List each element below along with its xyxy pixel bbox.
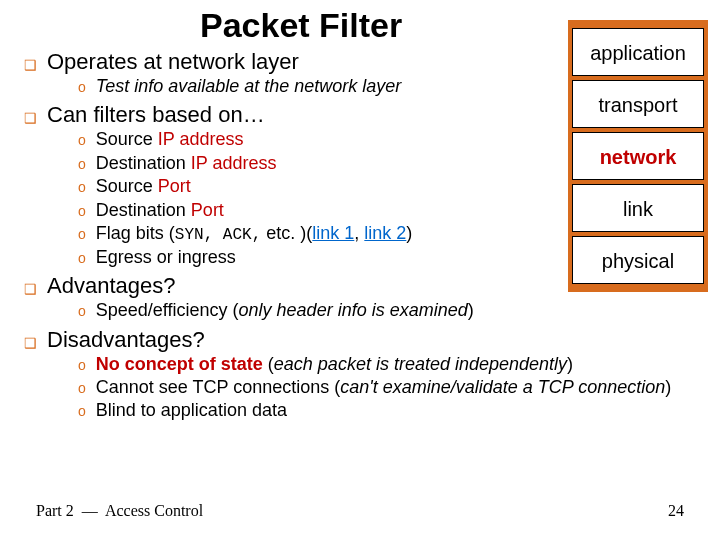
square-bullet-icon: ❑: [24, 281, 37, 297]
list-item: o Egress or ingress: [78, 246, 510, 269]
list-item: o Source IP address: [78, 128, 510, 151]
circle-bullet-icon: o: [78, 225, 86, 243]
circle-bullet-icon: o: [78, 402, 86, 420]
section-operates: ❑ Operates at network layer: [24, 49, 510, 75]
list-item: o Test info available at the network lay…: [78, 75, 510, 98]
page-number: 24: [668, 502, 684, 520]
square-bullet-icon: ❑: [24, 57, 37, 73]
link-2[interactable]: link 2: [364, 223, 406, 243]
circle-bullet-icon: o: [78, 249, 86, 267]
item-text: Destination Port: [96, 199, 224, 222]
list-item: o Blind to application data: [78, 399, 710, 422]
item-text: Speed/efficiency (only header info is ex…: [96, 299, 474, 322]
section-filters: ❑ Can filters based on…: [24, 102, 510, 128]
section-disadvantages: ❑ Disadvantages?: [24, 327, 710, 353]
footer-text: Part 2 — Access Control: [36, 502, 203, 520]
circle-bullet-icon: o: [78, 78, 86, 96]
layer-application: application: [572, 28, 704, 76]
circle-bullet-icon: o: [78, 356, 86, 374]
network-stack-diagram: application transport network link physi…: [568, 20, 708, 292]
section-heading: Disadvantages?: [47, 327, 205, 353]
item-text: Flag bits (SYN, ACK, etc. )(link 1, link…: [96, 222, 413, 246]
item-text: Egress or ingress: [96, 246, 236, 269]
list-item: o Flag bits (SYN, ACK, etc. )(link 1, li…: [78, 222, 510, 246]
link-1[interactable]: link 1: [312, 223, 354, 243]
section-heading: Advantages?: [47, 273, 175, 299]
slide-footer: Part 2 — Access Control 24: [36, 502, 684, 520]
circle-bullet-icon: o: [78, 131, 86, 149]
layer-link: link: [572, 184, 704, 232]
section-advantages: ❑ Advantages?: [24, 273, 510, 299]
item-text: No concept of state (each packet is trea…: [96, 353, 573, 376]
square-bullet-icon: ❑: [24, 110, 37, 126]
layer-network: network: [572, 132, 704, 180]
list-item: o Speed/efficiency (only header info is …: [78, 299, 510, 322]
item-text: Source IP address: [96, 128, 244, 151]
circle-bullet-icon: o: [78, 302, 86, 320]
layer-physical: physical: [572, 236, 704, 284]
item-text: Destination IP address: [96, 152, 277, 175]
circle-bullet-icon: o: [78, 202, 86, 220]
item-text: Test info available at the network layer: [96, 75, 402, 98]
list-item: o Cannot see TCP connections (can't exam…: [78, 376, 710, 399]
section-heading: Operates at network layer: [47, 49, 299, 75]
item-text: Cannot see TCP connections (can't examin…: [96, 376, 671, 399]
item-text: Blind to application data: [96, 399, 287, 422]
circle-bullet-icon: o: [78, 178, 86, 196]
list-item: o No concept of state (each packet is tr…: [78, 353, 710, 376]
section-heading: Can filters based on…: [47, 102, 265, 128]
item-text: Source Port: [96, 175, 191, 198]
circle-bullet-icon: o: [78, 155, 86, 173]
square-bullet-icon: ❑: [24, 335, 37, 351]
circle-bullet-icon: o: [78, 379, 86, 397]
layer-transport: transport: [572, 80, 704, 128]
list-item: o Destination IP address: [78, 152, 510, 175]
list-item: o Destination Port: [78, 199, 510, 222]
list-item: o Source Port: [78, 175, 510, 198]
